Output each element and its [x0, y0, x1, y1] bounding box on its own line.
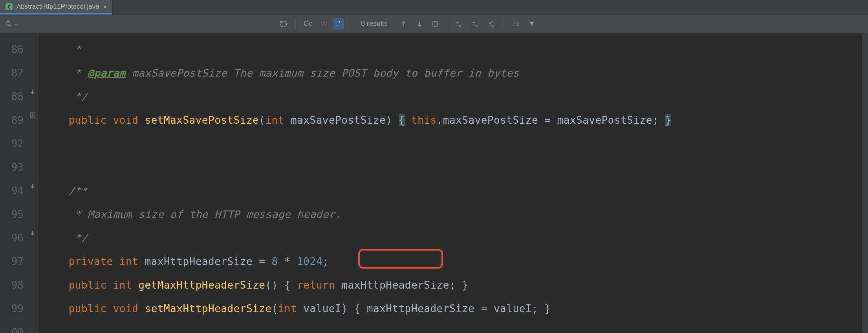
chevron-down-icon[interactable]: [14, 19, 18, 29]
code-area[interactable]: * * @param maxSavePostSize The maximum s…: [38, 33, 868, 333]
settings-button[interactable]: [509, 18, 523, 29]
svg-point-0: [6, 21, 10, 26]
separator: [447, 18, 447, 29]
filter-button[interactable]: [525, 19, 538, 29]
line-number: 88: [0, 85, 27, 108]
line-number: 87: [0, 61, 27, 85]
tab-label: AbstractHttp11Protocol.java: [16, 3, 99, 11]
fold-expand-icon[interactable]: [29, 112, 36, 119]
regex-button[interactable]: .*: [333, 18, 344, 29]
prev-match-button[interactable]: [397, 19, 410, 29]
line-number: 86: [0, 38, 27, 61]
separator: [349, 18, 349, 29]
find-bar: Cc W .* 0 results: [0, 15, 868, 33]
separator: [295, 18, 296, 29]
search-icon[interactable]: [4, 20, 13, 27]
find-input[interactable]: [23, 18, 274, 30]
editor[interactable]: 86 87 88 89 92 93 94 95 96 97 98 99 00 0…: [0, 33, 868, 333]
svg-line-1: [9, 25, 11, 27]
select-all-button[interactable]: [429, 19, 442, 29]
line-number: 94: [0, 179, 27, 203]
whole-word-button[interactable]: W: [318, 18, 331, 29]
line-number: 89: [0, 108, 27, 132]
close-icon[interactable]: ×: [103, 3, 107, 11]
remove-selection-button[interactable]: [468, 18, 482, 29]
svg-rect-4: [433, 22, 438, 26]
code-line: [43, 320, 868, 333]
match-case-button[interactable]: Cc: [300, 18, 315, 29]
fold-start-icon[interactable]: [29, 182, 36, 189]
code-line: public void setMaxHttpHeaderSize(int val…: [43, 297, 868, 320]
next-match-button[interactable]: [413, 19, 426, 29]
code-line: */: [43, 85, 868, 108]
line-number: 93: [0, 156, 27, 179]
line-number: 95: [0, 203, 27, 226]
results-count: 0 results: [361, 20, 388, 28]
code-line: [43, 156, 868, 179]
code-line: */: [43, 226, 868, 250]
separator: [504, 18, 504, 29]
code-line: * Maximum size of the HTTP message heade…: [43, 203, 868, 226]
line-number: 00: [0, 320, 27, 333]
code-line: public void setMaxSavePostSize(int maxSa…: [43, 108, 868, 132]
line-number: 98: [0, 273, 27, 297]
fold-end-icon[interactable]: [29, 88, 36, 95]
scrollbar[interactable]: [862, 33, 868, 333]
code-line: *: [43, 38, 868, 61]
tab-bar: C AbstractHttp11Protocol.java ×: [0, 0, 868, 15]
code-line: private int maxHttpHeaderSize = 8 * 1024…: [43, 250, 868, 273]
line-number: 99: [0, 297, 27, 320]
code-line: * @param maxSavePostSize The maximum siz…: [43, 61, 868, 85]
line-number: 97: [0, 250, 27, 273]
code-line: /**: [43, 179, 868, 203]
history-icon[interactable]: [277, 18, 291, 29]
gutter: 86 87 88 89 92 93 94 95 96 97 98 99 00 0…: [0, 33, 27, 333]
code-line: public int getMaxHttpHeaderSize() { retu…: [43, 273, 868, 297]
add-selection-button[interactable]: [452, 18, 466, 29]
fold-end-icon[interactable]: [29, 229, 36, 236]
fold-gutter: [27, 33, 38, 333]
class-icon: C: [5, 3, 13, 10]
line-number: 92: [0, 132, 27, 156]
file-tab[interactable]: C AbstractHttp11Protocol.java ×: [0, 0, 112, 15]
line-number: 96: [0, 226, 27, 250]
select-occurrences-button[interactable]: [485, 18, 499, 29]
code-line: [43, 132, 868, 156]
